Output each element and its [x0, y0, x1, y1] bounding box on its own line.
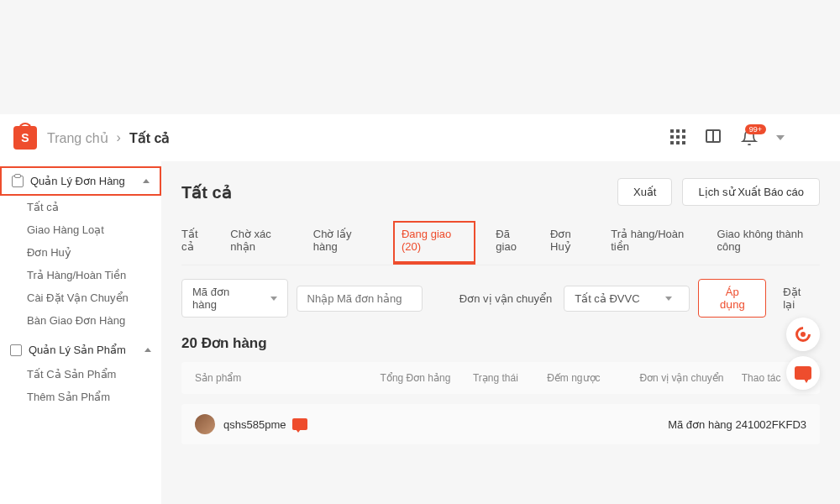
order-count: 20 Đơn hàng — [181, 334, 820, 352]
reset-button[interactable]: Đặt lại — [774, 280, 820, 317]
col-countdown: Đếm ngược — [547, 372, 639, 384]
apply-button[interactable]: Áp dụng — [698, 279, 766, 318]
breadcrumb-current: Tất cả — [129, 130, 170, 146]
status-tabs: Tất cả Chờ xác nhận Chờ lấy hàng Đang gi… — [181, 221, 820, 265]
breadcrumb-home[interactable]: Trang chủ — [47, 130, 108, 146]
chevron-down-icon — [665, 297, 672, 301]
tab-awaiting-pickup[interactable]: Chờ lấy hàng — [313, 221, 373, 265]
chevron-up-icon — [143, 179, 150, 183]
clipboard-icon — [12, 176, 24, 187]
sidebar-item-return[interactable]: Trả Hàng/Hoàn Tiền — [0, 264, 161, 286]
order-row[interactable]: qshs585pme Mã đơn hàng 241002FKFD3 — [181, 404, 820, 444]
user-avatar[interactable] — [195, 414, 215, 434]
headset-icon — [792, 323, 813, 344]
tab-all[interactable]: Tất cả — [181, 221, 210, 265]
shipping-unit-select[interactable]: Tất cả ĐVVC — [564, 286, 690, 312]
buyer-username[interactable]: qshs585pme — [223, 418, 286, 431]
export-button[interactable]: Xuất — [617, 178, 673, 206]
chevron-up-icon — [144, 348, 151, 352]
order-id: Mã đơn hàng 241002FKFD3 — [668, 418, 806, 431]
col-status: Trạng thái — [473, 372, 547, 384]
docs-icon[interactable] — [706, 129, 722, 146]
chevron-down-icon[interactable] — [776, 135, 785, 140]
export-history-button[interactable]: Lịch sử Xuất Báo cáo — [682, 178, 820, 206]
chevron-right-icon: › — [117, 130, 121, 145]
col-total: Tổng Đơn hảng — [381, 372, 473, 384]
order-code-input[interactable] — [297, 286, 423, 312]
chevron-down-icon — [270, 297, 277, 301]
breadcrumb: Trang chủ › Tất cả — [47, 130, 170, 146]
sidebar-item-all[interactable]: Tất cả — [0, 196, 161, 218]
order-code-select[interactable]: Mã đơn hàng — [181, 279, 288, 318]
sidebar-item-all-products[interactable]: Tất Cả Sản Phẩm — [0, 363, 161, 386]
chat-bubble-icon — [795, 366, 811, 380]
tab-delivered[interactable]: Đã giao — [496, 221, 530, 265]
sidebar-item-cancelled[interactable]: Đơn Huỷ — [0, 241, 161, 264]
tab-failed-delivery[interactable]: Giao không thành công — [717, 221, 820, 265]
logo-icon[interactable]: S — [13, 126, 37, 150]
shipping-unit-label: Đơn vị vận chuyển — [449, 286, 555, 311]
page-title: Tất cả — [181, 182, 232, 202]
sidebar-item-handover[interactable]: Bàn Giao Đơn Hàng — [0, 309, 161, 332]
notifications-icon[interactable]: 99+ — [741, 129, 758, 146]
sidebar-section-products[interactable]: Quản Lý Sản Phẩm — [0, 337, 161, 363]
apps-grid-icon[interactable] — [670, 129, 687, 146]
chat-icon[interactable] — [292, 418, 307, 430]
table-header: Sản phẩm Tổng Đơn hảng Trạng thái Đếm ng… — [181, 362, 820, 394]
box-icon — [10, 344, 22, 356]
sidebar-item-bulk-ship[interactable]: Giao Hàng Loạt — [0, 218, 161, 241]
sidebar-item-add-product[interactable]: Thêm Sản Phẩm — [0, 386, 161, 408]
tab-return-refund[interactable]: Trả hàng/Hoàn tiền — [611, 221, 696, 265]
tab-awaiting-confirm[interactable]: Chờ xác nhận — [230, 221, 292, 265]
tab-shipping[interactable]: Đang giao (20) — [393, 221, 475, 265]
tab-cancelled[interactable]: Đơn Huỷ — [550, 221, 591, 265]
sidebar-section-orders[interactable]: Quản Lý Đơn Hàng — [0, 166, 161, 196]
col-shipping: Đơn vị vận chuyển — [639, 372, 741, 384]
col-product: Sản phẩm — [195, 372, 381, 384]
chat-button[interactable] — [786, 356, 820, 390]
support-button[interactable] — [786, 318, 820, 351]
notification-badge: 99+ — [745, 124, 766, 134]
sidebar: Quản Lý Đơn Hàng Tất cả Giao Hàng Loạt Đ… — [0, 161, 161, 504]
sidebar-item-ship-settings[interactable]: Cài Đặt Vận Chuyển — [0, 286, 161, 309]
